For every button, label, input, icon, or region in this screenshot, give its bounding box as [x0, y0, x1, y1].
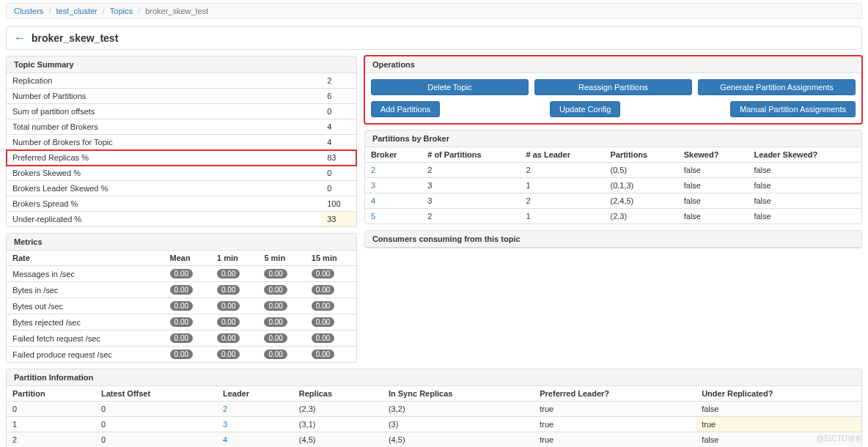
breadcrumb-clusters[interactable]: Clusters [14, 7, 43, 15]
metrics-value-badge: 0.00 [312, 350, 334, 359]
metrics-value-badge: 0.00 [312, 301, 334, 311]
manual-assignments-button[interactable]: Manual Partition Assignments [730, 101, 856, 117]
summary-row: Sum of partition offsets0 [7, 104, 356, 119]
partinfo-isr: (3) [383, 417, 534, 432]
summary-row: Brokers Leader Skewed %0 [7, 181, 356, 196]
leader-link[interactable]: 2 [223, 404, 227, 413]
pbb-row: 222(0,5)falsefalse [365, 163, 861, 178]
metrics-col-m1: 1 min [211, 251, 258, 266]
metrics-value-badge: 0.00 [312, 333, 334, 343]
pbb-cell-nl: 1 [520, 209, 604, 224]
partinfo-under-replicated: false [696, 402, 861, 417]
partinfo-under-replicated: true [696, 417, 861, 432]
metrics-value-badge: 0.00 [264, 269, 287, 278]
metrics-row: Failed produce request /sec0.000.000.000… [7, 347, 356, 363]
metrics-value-badge: 0.00 [264, 317, 287, 327]
metrics-panel: Metrics RateMean1 min5 min15 minMessages… [6, 233, 357, 363]
summary-value: 2 [321, 73, 356, 89]
pbb-col-lsk: Leader Skewed? [748, 147, 861, 163]
broker-link[interactable]: 3 [371, 181, 375, 190]
pbb-col-parts: Partitions [604, 147, 677, 163]
summary-label: Sum of partition offsets [7, 104, 321, 119]
breadcrumb-topics[interactable]: Topics [110, 7, 133, 15]
metrics-rate-label: Bytes out /sec [7, 298, 164, 314]
partinfo-offset: 0 [95, 417, 217, 432]
watermark: @51CTO博客 [817, 434, 862, 444]
partinfo-col-r: Replicas [293, 386, 383, 402]
leader-link[interactable]: 4 [223, 435, 227, 444]
partinfo-preferred: true [534, 417, 696, 432]
summary-row: Brokers Spread %100 [7, 196, 356, 212]
pbb-cell-lsk: false [748, 178, 861, 193]
pbb-cell-sk: false [678, 209, 749, 224]
pbb-col-broker: Broker [365, 147, 422, 163]
broker-link[interactable]: 5 [371, 212, 375, 221]
partition-info-table: PartitionLatest OffsetLeaderReplicasIn S… [7, 386, 861, 447]
metrics-row: Bytes out /sec0.000.000.000.00 [7, 298, 356, 314]
metrics-row: Bytes rejected /sec0.000.000.000.00 [7, 314, 356, 330]
pbb-cell-np: 3 [422, 193, 520, 209]
metrics-rate-label: Bytes rejected /sec [7, 314, 164, 330]
metrics-value-badge: 0.00 [217, 301, 240, 311]
metrics-rate-label: Failed produce request /sec [7, 347, 164, 363]
summary-label: Number of Partitions [7, 89, 321, 104]
partinfo-preferred: true [534, 432, 696, 448]
pbb-row: 331(0,1,3)falsefalse [365, 178, 861, 193]
update-config-button[interactable]: Update Config [550, 101, 620, 117]
broker-link[interactable]: 4 [371, 196, 375, 205]
partinfo-isr: (3,2) [383, 402, 534, 417]
pbb-cell-lsk: false [748, 163, 861, 178]
pbb-cell-lsk: false [748, 209, 861, 224]
leader-link[interactable]: 3 [223, 420, 227, 429]
broker-link[interactable]: 2 [371, 166, 375, 174]
page-title: broker_skew_test [32, 32, 118, 44]
generate-assignments-button[interactable]: Generate Partition Assignments [698, 79, 856, 95]
pbb-col-sk: Skewed? [678, 147, 749, 163]
partinfo-partition: 1 [7, 417, 95, 432]
summary-label: Brokers Skewed % [7, 166, 321, 181]
pbb-cell-parts: (0,1,3) [604, 178, 677, 193]
metrics-col-m5: 5 min [258, 251, 305, 266]
delete-topic-button[interactable]: Delete Topic [371, 79, 529, 95]
partinfo-col-isr: In Sync Replicas [383, 386, 534, 402]
metrics-col-rate: Rate [7, 251, 164, 266]
partinfo-replicas: (2,3) [293, 402, 383, 417]
pbb-col-nl: # as Leader [520, 147, 604, 163]
topic-summary-header: Topic Summary [7, 56, 356, 73]
summary-row: Total number of Brokers4 [7, 119, 356, 135]
metrics-value-badge: 0.00 [170, 301, 193, 311]
summary-value: 0 [321, 104, 356, 119]
summary-label: Number of Brokers for Topic [7, 135, 321, 150]
metrics-value-badge: 0.00 [170, 269, 193, 278]
summary-label: Brokers Leader Skewed % [7, 181, 321, 196]
summary-value: 83 [321, 150, 356, 166]
metrics-rate-label: Bytes in /sec [7, 282, 164, 298]
partition-info-header: Partition Information [7, 369, 861, 386]
partinfo-col-lo: Latest Offset [95, 386, 217, 402]
pbb-cell-np: 2 [422, 209, 520, 224]
reassign-partitions-button[interactable]: Reassign Partitions [534, 79, 692, 95]
consumers-panel: Consumers consuming from this topic [364, 230, 862, 248]
partinfo-replicas: (3,1) [293, 417, 383, 432]
metrics-rate-label: Messages in /sec [7, 266, 164, 282]
partinfo-partition: 2 [7, 432, 95, 448]
pbb-cell-sk: false [678, 178, 749, 193]
partinfo-preferred: true [534, 402, 696, 417]
pbb-cell-nl: 2 [520, 193, 604, 209]
breadcrumb-cluster[interactable]: test_cluster [56, 7, 98, 15]
back-arrow-icon[interactable]: ← [14, 32, 26, 45]
breadcrumb: Clusters / test_cluster / Topics / broke… [6, 3, 862, 19]
partinfo-col-p: Partition [7, 386, 95, 402]
summary-value: 4 [321, 135, 356, 150]
partinfo-col-pl: Preferred Leader? [534, 386, 696, 402]
summary-row: Preferred Replicas %83 [7, 150, 356, 166]
metrics-value-badge: 0.00 [312, 269, 334, 278]
metrics-value-badge: 0.00 [312, 317, 334, 327]
add-partitions-button[interactable]: Add Partitions [371, 101, 440, 117]
metrics-table: RateMean1 min5 min15 minMessages in /sec… [7, 251, 356, 362]
partition-info-panel: Partition Information PartitionLatest Of… [6, 369, 862, 447]
partinfo-offset: 0 [95, 432, 217, 448]
metrics-col-mean: Mean [164, 251, 211, 266]
metrics-value-badge: 0.00 [217, 317, 240, 327]
summary-value: 33 [321, 212, 356, 227]
